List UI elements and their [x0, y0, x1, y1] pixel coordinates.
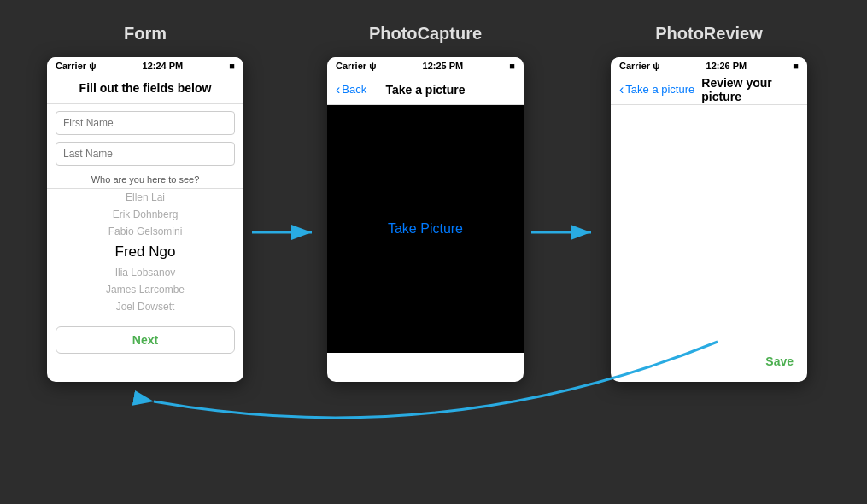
picker-item-6[interactable]: Joel Dowsett [47, 298, 243, 315]
capture-carrier: Carrier ψ [336, 61, 376, 71]
review-time: 12:26 PM [706, 61, 747, 71]
arrow-form-to-capture [252, 220, 320, 245]
picker-item-0[interactable]: Ellen Lai [47, 189, 243, 206]
picker-item-1[interactable]: Erik Dohnberg [47, 206, 243, 223]
review-back-button[interactable]: ‹ Take a picture [619, 82, 694, 97]
capture-screen-title: PhotoCapture [327, 24, 524, 44]
back-chevron-icon: ‹ [336, 82, 340, 97]
review-back-label[interactable]: Take a picture [625, 83, 694, 96]
form-battery: ■ [229, 61, 235, 71]
picker-item-5[interactable]: James Larcombe [47, 281, 243, 298]
capture-back-button[interactable]: ‹ Back [336, 82, 366, 97]
review-image-area [611, 105, 807, 349]
last-name-input[interactable] [56, 142, 235, 166]
capture-back-label[interactable]: Back [342, 83, 366, 96]
who-label: Who are you here to see? [47, 174, 243, 185]
form-status-bar: Carrier ψ 12:24 PM ■ [47, 57, 243, 74]
review-back-chevron-icon: ‹ [619, 82, 624, 97]
save-button[interactable]: Save [765, 355, 794, 368]
camera-viewfinder[interactable]: Take Picture [327, 105, 524, 353]
capture-title: Take a picture [385, 83, 465, 97]
take-picture-button[interactable]: Take Picture [388, 221, 463, 237]
picker-item-4[interactable]: Ilia Lobsanov [47, 264, 243, 281]
capture-nav-bar: ‹ Back Take a picture [327, 74, 524, 105]
form-time: 12:24 PM [143, 61, 184, 71]
review-battery: ■ [793, 61, 799, 71]
picker-list[interactable]: Ellen Lai Erik Dohnberg Fabio Gelsomini … [47, 189, 243, 315]
arrow-capture-to-review [531, 220, 600, 245]
picker-item-3[interactable]: Fred Ngo [47, 240, 243, 264]
review-status-bar: Carrier ψ 12:26 PM ■ [611, 57, 807, 74]
capture-time: 12:25 PM [423, 61, 464, 71]
capture-battery: ■ [509, 61, 515, 71]
form-header-text: Fill out the fields below [47, 74, 243, 104]
arrow-review-to-form [103, 333, 769, 444]
form-screen-title: Form [47, 24, 243, 44]
review-carrier: Carrier ψ [619, 61, 659, 71]
form-carrier: Carrier ψ [56, 61, 96, 71]
first-name-input[interactable] [56, 111, 235, 135]
review-screen-title: PhotoReview [611, 24, 807, 44]
capture-status-bar: Carrier ψ 12:25 PM ■ [327, 57, 524, 74]
review-nav-bar: ‹ Take a picture Review your picture [611, 74, 807, 105]
picker-item-2[interactable]: Fabio Gelsomini [47, 223, 243, 240]
review-title: Review your picture [701, 76, 799, 103]
